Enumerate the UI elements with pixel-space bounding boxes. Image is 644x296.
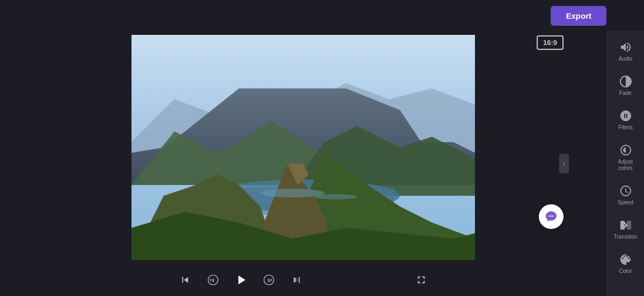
main-area: 16:9 [0, 31, 644, 296]
transition-icon [619, 219, 632, 232]
svg-text:5: 5 [268, 278, 270, 283]
play-icon [233, 272, 248, 287]
video-frame [131, 35, 475, 260]
sidebar-item-transition[interactable]: Transition [607, 214, 644, 245]
sidebar-item-adjust-colors[interactable]: Adjust colors [607, 139, 644, 176]
top-bar: Export [0, 0, 644, 31]
chat-bubble-button[interactable] [539, 204, 564, 229]
fullscreen-icon [415, 274, 427, 286]
svg-rect-24 [627, 221, 631, 230]
color-icon [619, 253, 632, 266]
speed-icon [619, 184, 632, 197]
svg-rect-23 [620, 221, 625, 230]
controls-bar: 5 5 [0, 264, 606, 296]
svg-rect-21 [299, 277, 300, 283]
filters-label: Filters [618, 124, 633, 131]
svg-point-13 [314, 194, 357, 199]
rewind-button[interactable]: 5 [204, 271, 222, 288]
video-svg [131, 35, 475, 260]
svg-text:5: 5 [212, 278, 215, 283]
audio-icon [619, 41, 632, 54]
forward-icon: 5 [263, 274, 275, 286]
skip-back-button[interactable] [177, 271, 194, 288]
export-button[interactable]: Export [551, 6, 606, 26]
chat-icon [545, 210, 558, 223]
speed-label: Speed [618, 199, 633, 206]
audio-label: Audio [619, 56, 633, 62]
sidebar-item-color[interactable]: Color [607, 249, 644, 279]
color-label: Color [619, 268, 632, 275]
sidebar-item-speed[interactable]: Speed [607, 180, 644, 210]
right-sidebar: Audio Fade Filters [606, 31, 644, 296]
filters-icon [619, 109, 632, 122]
skip-forward-button[interactable] [288, 271, 305, 288]
sidebar-item-fade[interactable]: Fade [607, 71, 644, 101]
svg-point-14 [548, 216, 550, 217]
fullscreen-button[interactable] [413, 271, 430, 288]
rewind-icon: 5 [207, 274, 219, 286]
svg-point-15 [551, 216, 552, 217]
transition-label: Transition [614, 234, 638, 240]
aspect-ratio-badge: 16:9 [537, 35, 564, 50]
skip-forward-icon [291, 274, 303, 286]
collapse-sidebar-button[interactable]: ‹ [559, 154, 569, 173]
svg-point-16 [552, 216, 553, 217]
video-preview [0, 31, 606, 264]
skip-back-icon [179, 274, 191, 286]
editor-area: 16:9 [0, 31, 606, 296]
forward-button[interactable]: 5 [260, 271, 277, 288]
fade-label: Fade [619, 90, 632, 97]
adjust-colors-icon [619, 144, 632, 157]
sidebar-item-audio[interactable]: Audio [607, 36, 644, 66]
fade-icon [619, 75, 632, 88]
play-button[interactable] [232, 271, 250, 288]
sidebar-item-filters[interactable]: Filters [607, 105, 644, 135]
adjust-colors-label: Adjust colors [618, 159, 633, 172]
